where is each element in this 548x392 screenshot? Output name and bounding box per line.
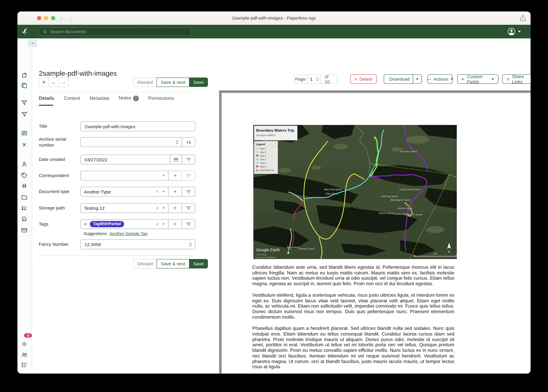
suggestion-link[interactable]: Another Sample Tag	[109, 231, 147, 236]
sidebar-item-storage-paths[interactable]	[21, 194, 28, 201]
save-group-top: Discard Save & next Save	[133, 77, 208, 87]
discard-button[interactable]: Discard	[133, 259, 157, 268]
tag-chip[interactable]: TagWithPartial	[90, 221, 124, 227]
map-legend: Legend Day 1 Day 2 Day 3 Day 4 Day 5 Day…	[254, 141, 278, 174]
screen: ‹ › 2sample-pdf-with-images - Paperless-…	[0, 0, 548, 392]
share-links-button[interactable]: Share Links	[502, 74, 531, 84]
sidebar-item-dashboard[interactable]	[21, 72, 28, 78]
user-menu[interactable]	[507, 28, 521, 36]
svg-text:Gary Island: Gary Island	[325, 192, 338, 195]
svg-text:Day 2: Day 2	[260, 151, 266, 154]
tab-metadata[interactable]: Metadata	[90, 96, 109, 101]
svg-text:Washington Island: Washington Island	[390, 199, 411, 201]
close-doc-button[interactable]: ✕	[39, 77, 49, 87]
download-options-button[interactable]	[413, 74, 422, 84]
correspondent-label: Correspondent	[39, 172, 78, 178]
save-next-button[interactable]: Save & next	[157, 77, 189, 87]
calendar-button[interactable]	[170, 155, 182, 164]
number-spinner-icon[interactable]	[176, 140, 179, 144]
sidebar-item-file-tasks[interactable]	[21, 216, 28, 222]
tab-notes[interactable]: Notes1	[119, 95, 139, 101]
sidebar-item-mail[interactable]	[21, 227, 28, 233]
sidebar-expand-button[interactable]: »	[28, 39, 37, 47]
title-label: Title	[39, 123, 78, 129]
asn-plus-one-button[interactable]: +1	[182, 137, 195, 147]
page-spinner-icon[interactable]	[316, 77, 319, 81]
sidebar-item-tasks[interactable]	[21, 362, 28, 368]
correspondent-select[interactable]	[80, 171, 168, 181]
remove-tag-icon[interactable]: ✕	[84, 222, 87, 226]
sidebar-item-saved-view-1[interactable]	[21, 99, 28, 106]
satellite-map: Boundary Waters Trip Six days in BWCA Le…	[253, 125, 457, 259]
delete-button[interactable]: Delete	[350, 74, 377, 84]
svg-text:Day 1: Day 1	[260, 147, 266, 150]
actions-button[interactable]: ⋯ Actions	[427, 74, 453, 84]
custom-fields-button[interactable]: Custom Fields	[457, 74, 498, 84]
svg-text:Google Earth: Google Earth	[256, 248, 280, 252]
add-storage-path-button[interactable]: +	[168, 203, 182, 213]
sidebar-item-correspondents[interactable]	[21, 161, 28, 168]
sidebar-item-settings[interactable]	[21, 341, 28, 347]
save-button[interactable]: Save	[189, 77, 208, 87]
chevron-down-icon	[162, 175, 165, 176]
number-spinner-icon[interactable]	[189, 242, 192, 246]
save-button[interactable]: Save	[189, 259, 208, 268]
tab-content[interactable]: Content	[64, 96, 80, 101]
previous-doc-button[interactable]: ←	[49, 77, 59, 87]
search-input[interactable]	[49, 29, 188, 34]
document-type-filter-button[interactable]	[182, 187, 195, 196]
svg-text:Lincoln Island: Lincoln Island	[397, 207, 412, 210]
fancy-number-input[interactable]	[84, 241, 186, 247]
clear-icon[interactable]: ✕	[156, 206, 159, 210]
page-number-input[interactable]	[309, 76, 315, 82]
correspondent-filter-button[interactable]	[182, 171, 195, 181]
tab-permissions[interactable]: Permissions	[148, 96, 174, 101]
clear-icon[interactable]: ✕	[156, 222, 159, 226]
next-doc-button[interactable]: →	[58, 77, 69, 87]
storage-path-filter-button[interactable]	[182, 203, 195, 213]
sidebar-item-close-document-icon[interactable]	[21, 141, 28, 148]
sidebar-item-tags[interactable]	[21, 172, 28, 179]
sidebar-item-saved-view-2[interactable]	[21, 111, 28, 118]
date-created-input[interactable]	[84, 157, 167, 162]
title-input[interactable]	[84, 123, 192, 129]
share-icon[interactable]	[519, 15, 526, 22]
sidebar-item-document-types[interactable]	[21, 182, 28, 189]
sidebar-item-custom-fields[interactable]	[21, 205, 28, 211]
asn-input[interactable]	[84, 139, 173, 145]
custom-fields-icon	[461, 77, 465, 81]
chevron-down-icon	[518, 31, 521, 33]
sidebar-item-documents[interactable]	[21, 82, 28, 89]
tab-details[interactable]: Details	[39, 96, 54, 101]
map-figure: Boundary Waters Trip Six days in BWCA Le…	[253, 125, 457, 259]
title-field-group	[80, 121, 195, 131]
map-subtitle: Six days in BWCA	[256, 134, 275, 137]
document-type-select[interactable]: Another Type ✕	[80, 187, 168, 196]
download-button[interactable]: Download	[384, 74, 413, 84]
legend-title: Legend	[256, 143, 265, 146]
date-created-group	[80, 155, 195, 164]
add-tag-button[interactable]: +	[168, 219, 182, 229]
storage-path-select[interactable]: Testing 12 ✕	[80, 203, 168, 213]
discard-button[interactable]: Discard	[133, 77, 157, 87]
global-search[interactable]	[39, 28, 191, 36]
doc-nav-group: ✕ ← →	[39, 77, 69, 87]
page-navigation: Page of 10	[293, 74, 337, 84]
sidebar-item-users-groups[interactable]	[21, 351, 28, 358]
date-filter-button[interactable]	[182, 155, 195, 164]
chevron-down-icon	[491, 78, 494, 80]
tags-filter-button[interactable]	[182, 219, 195, 229]
page-input-wrap	[307, 74, 321, 84]
calendar-icon	[173, 157, 179, 162]
clear-icon[interactable]: ✕	[156, 189, 159, 194]
paragraph: Curabitur bibendum ante urna, sed blandi…	[252, 265, 454, 287]
add-correspondent-button[interactable]: +	[168, 171, 182, 181]
sidebar-item-open-document[interactable]	[21, 130, 28, 136]
paragraph: Phasellus dapibus quam a hendrerit place…	[252, 326, 454, 370]
tags-select[interactable]: ✕ TagWithPartial ✕	[80, 219, 168, 229]
page-title: 2sample-pdf-with-images	[39, 70, 117, 77]
svg-text:Day 4: Day 4	[260, 158, 266, 161]
svg-text:N: N	[448, 250, 450, 253]
save-next-button[interactable]: Save & next	[157, 259, 189, 268]
add-document-type-button[interactable]: +	[168, 187, 182, 196]
